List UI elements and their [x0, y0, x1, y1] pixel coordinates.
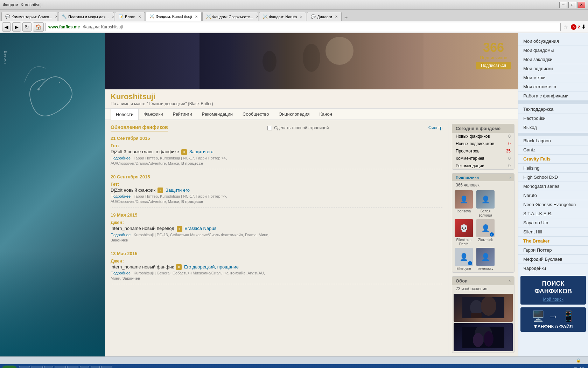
- monitor-icon: 🖥️: [532, 310, 545, 322]
- sidebar-item-high-school-dxd[interactable]: High School DxD: [518, 173, 588, 182]
- sidebar-item-settings[interactable]: Настройки: [518, 114, 588, 123]
- sidebar-item-nge[interactable]: Neon Genesis Evangelion: [518, 200, 588, 209]
- avatar-zkuzmick[interactable]: 👤 i Zkuzmick: [475, 219, 496, 246]
- make-main-text: Сделать главной страницей: [274, 125, 329, 130]
- minimize-button[interactable]: ─: [559, 2, 567, 8]
- taskbar-ie[interactable]: 🌐: [19, 366, 30, 368]
- avatar-img-iborisova: 👤: [455, 190, 473, 209]
- avatar-belaya[interactable]: 👤 Белая волчица: [475, 190, 496, 218]
- sidebar-item-gantz[interactable]: Gantz: [518, 145, 588, 155]
- address-bar[interactable]: www.fanfics.me Фандом: Kuroshitsuji: [45, 23, 561, 31]
- tab-ratings[interactable]: Рейтинги: [168, 109, 197, 120]
- taskbar-chrome[interactable]: 🔵: [55, 366, 66, 368]
- tab-comments[interactable]: 💬 Комментарии: Списо... ✕: [1, 12, 57, 21]
- back-button[interactable]: ◀: [2, 22, 11, 32]
- sidebar-item-stalker[interactable]: S.T.A.L.K.E.R.: [518, 209, 588, 218]
- sidebar-item-silent-hill[interactable]: Silent Hill: [518, 227, 588, 237]
- svg-point-1: [59, 82, 60, 83]
- sidebar-item-my-stats[interactable]: Моя статистика: [518, 82, 588, 91]
- tab-label-supernatural: Фандом: Сверхъесте...: [212, 15, 253, 19]
- tab-plugins[interactable]: 🔧 Плагины и моды для... ✕: [58, 12, 114, 21]
- bookmark-button[interactable]: ☆: [562, 24, 569, 30]
- podrobnee-link-4[interactable]: Подробнее: [111, 271, 131, 275]
- sidebar-item-gravity-falls[interactable]: Gravity Falls: [518, 155, 588, 164]
- new-tab-button[interactable]: +: [342, 15, 350, 21]
- today-value-fanfics: 0: [508, 134, 511, 139]
- tab-encyclopedia[interactable]: Энциклопедия: [274, 109, 315, 120]
- fanfic-link-1[interactable]: Защити его: [189, 149, 214, 154]
- tab-close-blogs[interactable]: ✕: [138, 15, 141, 19]
- wallpaper-thumb-2[interactable]: [454, 323, 513, 351]
- tab-close-naruto[interactable]: ✕: [300, 15, 302, 19]
- podrobnee-link-2[interactable]: Подробнее: [111, 194, 131, 198]
- refresh-button[interactable]: ↻: [22, 22, 31, 32]
- taskbar-volume[interactable]: 🔊: [67, 366, 78, 368]
- taskbar-explorer[interactable]: 📁: [31, 366, 43, 368]
- sidebar-item-support[interactable]: Техподдержка: [518, 105, 588, 114]
- maximize-button[interactable]: □: [568, 2, 576, 8]
- tab-news[interactable]: Новости: [111, 109, 139, 120]
- sidebar-item-monogatari[interactable]: Monogatari series: [518, 182, 588, 191]
- avatar-elleroyne[interactable]: 👤 i Elleroyne: [454, 248, 474, 271]
- tab-close-supernatural[interactable]: ✕: [256, 15, 258, 19]
- taskbar-yandex[interactable]: Я: [91, 366, 100, 368]
- close-button[interactable]: ✕: [578, 2, 585, 8]
- sidebar-item-logout[interactable]: Выход: [518, 123, 588, 132]
- sidebar-item-my-fandoms[interactable]: Мои фандомы: [518, 46, 588, 55]
- wallpapers-arrow[interactable]: ›: [509, 278, 511, 284]
- sidebar-item-charodeyky[interactable]: Чародейки: [518, 264, 588, 273]
- status-bar: 🔒: [0, 356, 588, 364]
- sidebar-item-mefodiy[interactable]: Мефодий Буслаев: [518, 255, 588, 264]
- fanfic-link-2[interactable]: Защити его: [166, 188, 190, 193]
- taskbar-media[interactable]: ▶: [44, 366, 53, 368]
- sidebar-item-work-fanfics[interactable]: Работа с фанфиками: [518, 91, 588, 101]
- sidebar-item-harry-potter[interactable]: Гарри Поттер: [518, 246, 588, 255]
- tab-supernatural[interactable]: ⚔️ Фандом: Сверхъесте... ✕: [202, 12, 258, 21]
- sidebar-item-my-subscriptions[interactable]: Мои подписки: [518, 64, 588, 73]
- sidebar-item-my-discussions[interactable]: Мои обсуждения: [518, 37, 588, 46]
- sidebar-item-hellsing[interactable]: Hellsing: [518, 164, 588, 173]
- tab-close-dialogs[interactable]: ✕: [335, 15, 338, 19]
- sidebar-item-saya[interactable]: Saya no Uta: [518, 218, 588, 227]
- taskbar-torrent[interactable]: ⬇: [80, 366, 89, 368]
- sidebar-item-naruto[interactable]: Naruto: [518, 191, 588, 200]
- subscribe-button[interactable]: Подписаться: [476, 62, 511, 69]
- sidebar-item-the-breaker[interactable]: The Breaker: [518, 237, 588, 246]
- podrobnee-link-1[interactable]: Подробнее: [111, 156, 131, 160]
- tab-community[interactable]: Сообщество: [238, 109, 274, 120]
- search-fanfics-link[interactable]: Мой поиск: [543, 297, 564, 302]
- home-button[interactable]: 🏠: [33, 22, 44, 32]
- make-main-checkbox[interactable]: [267, 126, 272, 130]
- sidebar-item-my-bookmarks[interactable]: Мои закладки: [518, 55, 588, 64]
- fanfic-link-4[interactable]: Его дворецкий, прощание: [184, 264, 239, 270]
- start-button[interactable]: ⊞: [1, 366, 18, 368]
- avatar-iborisova[interactable]: 👤 Iborisova: [454, 190, 474, 218]
- tab-close-comments[interactable]: ✕: [55, 15, 57, 19]
- left-deco-gradient: [0, 251, 105, 356]
- avatar-severussv[interactable]: 👤 severussv: [475, 248, 496, 271]
- subscribers-block-arrow[interactable]: ›: [509, 175, 511, 179]
- tab-blogs[interactable]: 📝 Блоги ✕: [115, 12, 145, 21]
- tab-fanfics[interactable]: Фанфики: [139, 109, 168, 120]
- filter-button[interactable]: Фильтр: [428, 125, 442, 130]
- avatar-inner-severussv: 👤: [476, 248, 495, 266]
- wallpaper-thumb-1[interactable]: [454, 294, 513, 322]
- tab-canon[interactable]: Канон: [315, 109, 337, 120]
- tab-close-plugins[interactable]: ✕: [112, 15, 114, 19]
- forward-button[interactable]: ▶: [12, 22, 21, 32]
- avatar-silent[interactable]: 💀 Silent aka Death: [454, 219, 474, 246]
- podrobnee-link-3[interactable]: Подробнее: [111, 233, 131, 237]
- sidebar-item-my-tags[interactable]: Мои метки: [518, 73, 588, 82]
- tab-naruto[interactable]: ⚔️ Фандом: Naruto ✕: [259, 12, 307, 21]
- sidebar-item-black-lagoon[interactable]: Black Lagoon: [518, 136, 588, 145]
- avatar-name-elleroyne: Elleroyne: [456, 267, 471, 271]
- tab-close-kuroshitsuji[interactable]: ✕: [195, 15, 198, 19]
- taskbar-app7[interactable]: 🎯: [101, 366, 112, 368]
- right-sidebar-column: Сегодня в фандоме Новых фанфиков 0 Новых…: [448, 120, 518, 356]
- address-domain: www.fanfics.me: [48, 25, 80, 29]
- tab-recommendations[interactable]: Рекомендации: [197, 109, 238, 120]
- fanfic-link-3[interactable]: Brassica Napus: [184, 226, 216, 231]
- tab-kuroshitsuji[interactable]: ⚔️ Фандом: Kuroshitsuji ✕: [146, 12, 202, 21]
- search-fanfics-title: ПОИСК ФАНФИКОВ: [523, 280, 583, 295]
- tab-dialogs[interactable]: 💬 Диалоги ✕: [307, 12, 342, 21]
